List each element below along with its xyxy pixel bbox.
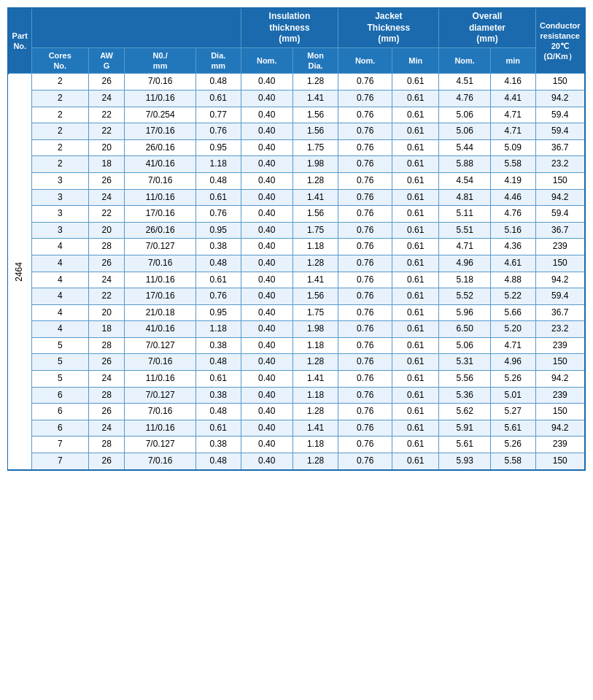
awg-cell: 24 — [88, 371, 124, 388]
jkt-nom-cell: 0.76 — [338, 420, 392, 436]
ovr-nom-cell: 4.71 — [439, 239, 490, 255]
no-mm-cell: 11/0.16 — [125, 371, 196, 388]
ovr-min-cell: 5.58 — [490, 453, 535, 470]
awg-cell: 22 — [88, 206, 124, 223]
mon-dia-cell: 1.56 — [292, 288, 338, 305]
jkt-nom-cell: 0.76 — [338, 304, 392, 321]
mon-dia-cell: 1.41 — [292, 420, 338, 436]
jkt-min-cell: 0.61 — [392, 304, 439, 321]
dia-cell: 0.48 — [196, 255, 241, 272]
ovr-min-cell: 5.66 — [490, 304, 535, 321]
cores-cell: 2 — [31, 107, 88, 123]
resistance-cell: 150 — [535, 404, 585, 420]
ins-nom-cell: 0.40 — [241, 436, 292, 453]
no-mm-cell: 7/0.254 — [125, 107, 196, 123]
cores-cell: 5 — [31, 371, 88, 388]
ovr-nom-cell: 5.31 — [439, 354, 490, 371]
table-row: 22411/0.160.610.401.410.760.614.764.4194… — [8, 90, 585, 107]
resistance-cell: 239 — [535, 239, 585, 255]
table-row: 32217/0.160.760.401.560.760.615.114.7659… — [8, 206, 585, 223]
ovr-min-cell: 4.19 — [490, 172, 535, 189]
cores-cell: 6 — [31, 404, 88, 420]
part-no-cell: 2464 — [8, 74, 31, 470]
no-mm-cell: 7/0.127 — [125, 436, 196, 453]
ins-nom-cell: 0.40 — [241, 139, 292, 156]
dia-cell: 0.48 — [196, 453, 241, 470]
resistance-cell: 36.7 — [535, 139, 585, 156]
dia-cell: 0.76 — [196, 288, 241, 305]
table-row: 6267/0.160.480.401.280.760.615.625.27150 — [8, 404, 585, 420]
no-mm-cell: 21/0.18 — [125, 304, 196, 321]
table-row: 24642267/0.160.480.401.280.760.614.514.1… — [8, 74, 585, 91]
awg-cell: 22 — [88, 288, 124, 305]
jkt-min-cell: 0.61 — [392, 387, 439, 404]
dia-cell: 0.38 — [196, 337, 241, 354]
resistance-cell: 239 — [535, 387, 585, 404]
cores-cell: 6 — [31, 420, 88, 436]
ovr-min-cell: 4.76 — [490, 206, 535, 223]
no-mm-cell: 7/0.16 — [125, 354, 196, 371]
jkt-min-cell: 0.61 — [392, 90, 439, 107]
ovr-nom-cell: 5.44 — [439, 139, 490, 156]
ovr-nom-cell: 5.06 — [439, 337, 490, 354]
cores-cell: 3 — [31, 189, 88, 206]
ins-nom-cell: 0.40 — [241, 74, 292, 91]
cores-cell: 4 — [31, 304, 88, 321]
no-mm-cell: 7/0.16 — [125, 404, 196, 420]
jacket-header: JacketThickness(mm) — [338, 8, 439, 47]
resistance-cell: 59.4 — [535, 206, 585, 223]
resistance-cell: 94.2 — [535, 90, 585, 107]
jkt-nom-cell: 0.76 — [338, 371, 392, 388]
table-row: 52411/0.160.610.401.410.760.615.565.2694… — [8, 371, 585, 388]
jkt-nom-cell: 0.76 — [338, 189, 392, 206]
table-row: 21841/0.161.180.401.980.760.615.885.5823… — [8, 156, 585, 173]
table-row: 42411/0.160.610.401.410.760.615.184.8894… — [8, 272, 585, 288]
resistance-cell: 59.4 — [535, 123, 585, 140]
no-mm-cell: 7/0.127 — [125, 387, 196, 404]
mon-dia-cell: 1.28 — [292, 354, 338, 371]
ovr-nom-cell: 4.51 — [439, 74, 490, 91]
mon-dia-cell: 1.75 — [292, 222, 338, 239]
table-row: 32411/0.160.610.401.410.760.614.814.4694… — [8, 189, 585, 206]
table-row: 3267/0.160.480.401.280.760.614.544.19150 — [8, 172, 585, 189]
ovr-nom-cell: 5.36 — [439, 387, 490, 404]
jkt-min-header: Min — [392, 47, 439, 74]
ovr-min-cell: 4.71 — [490, 107, 535, 123]
dia-cell: 1.18 — [196, 321, 241, 338]
cores-cell: 4 — [31, 321, 88, 338]
mon-dia-cell: 1.28 — [292, 255, 338, 272]
ovr-nom-cell: 5.52 — [439, 288, 490, 305]
dia-cell: 0.95 — [196, 139, 241, 156]
table-row: 7287/0.1270.380.401.180.760.615.615.2623… — [8, 436, 585, 453]
ins-nom-cell: 0.40 — [241, 371, 292, 388]
ovr-nom-cell: 5.18 — [439, 272, 490, 288]
cores-cell: 4 — [31, 288, 88, 305]
overall-header: Overalldiameter(mm) — [439, 8, 535, 47]
mon-dia-cell: 1.28 — [292, 172, 338, 189]
ovr-min-cell: 4.71 — [490, 337, 535, 354]
jkt-min-cell: 0.61 — [392, 404, 439, 420]
cores-cell: 7 — [31, 436, 88, 453]
dia-cell: 0.61 — [196, 371, 241, 388]
jkt-nom-cell: 0.76 — [338, 321, 392, 338]
dia-cell: 0.38 — [196, 239, 241, 255]
jkt-min-cell: 0.61 — [392, 206, 439, 223]
jkt-min-cell: 0.61 — [392, 354, 439, 371]
no-mm-cell: 7/0.16 — [125, 255, 196, 272]
dia-cell: 0.48 — [196, 404, 241, 420]
jkt-nom-cell: 0.76 — [338, 74, 392, 91]
resistance-cell: 150 — [535, 74, 585, 91]
dia-cell: 0.48 — [196, 172, 241, 189]
jkt-nom-cell: 0.76 — [338, 107, 392, 123]
ovr-min-cell: 5.20 — [490, 321, 535, 338]
ins-nom-header: Nom. — [241, 47, 292, 74]
ins-nom-cell: 0.40 — [241, 156, 292, 173]
jkt-min-cell: 0.61 — [392, 436, 439, 453]
jkt-min-cell: 0.61 — [392, 337, 439, 354]
no-mm-cell: 17/0.16 — [125, 288, 196, 305]
mon-dia-cell: 1.56 — [292, 107, 338, 123]
mon-dia-cell: 1.41 — [292, 272, 338, 288]
mon-dia-cell: 1.98 — [292, 321, 338, 338]
resistance-header: Conductorresistance20℃(Ω/Km） — [535, 8, 585, 74]
jkt-min-cell: 0.61 — [392, 321, 439, 338]
